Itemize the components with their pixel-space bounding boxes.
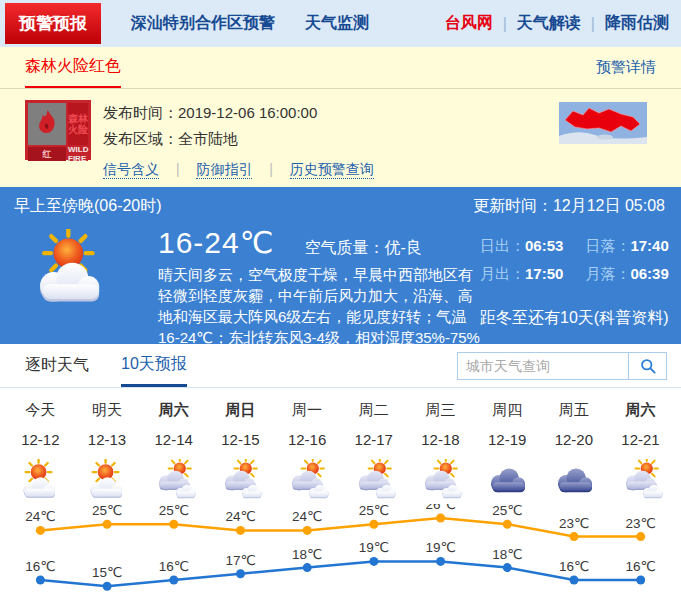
nav-weather-monitor-link[interactable]: 天气监测 [305, 13, 369, 34]
low-temp-label: 16℃ [559, 559, 589, 574]
weather-icon-partly-cloudy [351, 459, 397, 501]
weather-icon-cloudy [484, 459, 530, 501]
high-temp-label: 23℃ [626, 516, 656, 531]
weather-icon-mostly-sunny [84, 459, 130, 501]
high-temp-label: 26℃ [426, 504, 456, 512]
low-temp-point [303, 563, 312, 572]
nav-warning-forecast-button[interactable]: 预警预报 [5, 3, 101, 44]
weather-icons-row [7, 448, 674, 504]
signal-meaning-link[interactable]: 信号含义 [103, 161, 159, 179]
high-temp-label: 25℃ [492, 504, 522, 518]
low-temp-label: 15℃ [92, 565, 122, 580]
high-temp-point [636, 532, 645, 541]
low-temp-label: 18℃ [492, 547, 522, 562]
tab-ten-day-forecast[interactable]: 10天预报 [121, 344, 187, 387]
forest-fire-label: 森林火险 [68, 103, 88, 145]
forecast-icon-cell [207, 456, 274, 504]
low-temp-label: 16℃ [25, 559, 55, 574]
forecast-day-name: 周二 [340, 388, 407, 420]
high-temp-point [436, 514, 445, 523]
nav-weather-explain-link[interactable]: 天气解读 [517, 13, 581, 34]
high-temp-label: 24℃ [25, 509, 55, 524]
current-conditions-panel: 早上至傍晚(06-20时) 更新时间：12月12日 05:08 16-24℃ 空… [0, 187, 681, 344]
low-temp-point [636, 576, 645, 585]
forecast-icon-cell [74, 456, 141, 504]
defense-guide-link[interactable]: 防御指引 [196, 161, 252, 179]
low-temp-label: 19℃ [359, 540, 389, 555]
forecast-icon-cell [274, 456, 341, 504]
forecast-tabs-row: 逐时天气 10天预报 [0, 344, 681, 388]
red-level-badge: 红 [28, 147, 66, 161]
forecast-icon-cell [541, 456, 608, 504]
weather-icon-partly-cloudy [217, 459, 263, 501]
tab-forest-fire-red[interactable]: 森林火险红色 [25, 47, 121, 88]
panel-body: 16-24℃ 空气质量：优-良 晴天间多云，空气极度干燥，早晨中西部地区有轻微到… [6, 217, 681, 348]
current-weather-icon [28, 229, 114, 348]
forecast-day-name: 周一 [274, 388, 341, 420]
low-temp-point [236, 569, 245, 578]
forecast-day-name: 周五 [541, 388, 608, 420]
warning-info: 发布时间：2019-12-06 16:00:00 发布区域：全市陆地 信号含义 … [103, 100, 374, 187]
tab-hourly-weather[interactable]: 逐时天气 [25, 344, 89, 387]
sun-moon-panel: 日出：06:53 日落：17:40 月出：17:50 月落：06:39 距冬至还… [480, 225, 668, 348]
forecast-icon-cell [607, 456, 674, 504]
nav-shenshan-link[interactable]: 深汕特别合作区预警 [131, 13, 275, 34]
low-temp-point [103, 582, 112, 591]
warning-detail-link[interactable]: 预警详情 [596, 58, 656, 77]
low-temp-point [436, 557, 445, 566]
weather-description: 晴天间多云，空气极度干燥，早晨中西部地区有轻微到轻度灰霾，中午前后风力加大，沿海… [158, 264, 480, 348]
forecast-icon-cell [7, 456, 74, 504]
forecast-date: 12-12 [7, 431, 74, 448]
warning-map-image [559, 102, 647, 144]
high-temp-point [503, 520, 512, 529]
warning-detail-section: 森林火险 红 WILD FIRE 发布时间：2019-12-06 16:00:0… [0, 89, 681, 187]
sun-moon-times: 日出：06:53 日落：17:40 月出：17:50 月落：06:39 [480, 237, 668, 284]
flame-icon [28, 103, 66, 145]
nav-typhoon-link[interactable]: 台风网 [445, 13, 493, 34]
sunrise-cell: 日出：06:53 [480, 237, 563, 256]
update-time-label: 更新时间：12月12日 05:08 [473, 196, 665, 217]
nav-rain-estimate-link[interactable]: 降雨估测 [605, 13, 669, 34]
search-icon [638, 356, 658, 376]
high-temp-label: 23℃ [559, 516, 589, 531]
nav-right-links: 台风网 | 天气解读 | 降雨估测 [445, 13, 669, 34]
history-warning-query-link[interactable]: 历史预警查询 [290, 161, 374, 179]
high-temp-point [369, 520, 378, 529]
high-temp-point [169, 520, 178, 529]
panel-header: 早上至傍晚(06-20时) 更新时间：12月12日 05:08 [6, 187, 681, 217]
nav-separator: | [503, 15, 507, 33]
search-button[interactable] [629, 352, 667, 380]
city-search-input[interactable] [457, 352, 629, 380]
forecast-icon-cell [474, 456, 541, 504]
low-temp-label: 16℃ [626, 559, 656, 574]
low-temp-point [169, 576, 178, 585]
weather-icon-partly-cloudy [618, 459, 664, 501]
weather-icon-partly-cloudy [284, 459, 330, 501]
forecast-icon-cell [340, 456, 407, 504]
publish-area-value: 全市陆地 [178, 130, 238, 147]
forecast-icon-cell [407, 456, 474, 504]
moonset-cell: 月落：06:39 [585, 265, 668, 284]
forest-fire-warning-icon: 森林火险 红 WILD FIRE [25, 100, 91, 160]
air-quality: 空气质量：优-良 [304, 238, 421, 259]
forecast-date: 12-13 [74, 431, 141, 448]
low-temp-point [570, 576, 579, 585]
temperature-row: 16-24℃ 空气质量：优-良 [158, 225, 480, 260]
low-temp-label: 18℃ [292, 547, 322, 562]
high-temp-line [40, 518, 640, 537]
link-separator: | [269, 161, 273, 177]
solstice-countdown[interactable]: 距冬至还有10天(科普资料) [480, 308, 668, 329]
high-temp-point [570, 532, 579, 541]
forecast-date: 12-14 [140, 431, 207, 448]
warning-links-row: 信号含义 | 防御指引 | 历史预警查询 [103, 161, 374, 179]
low-temp-point [369, 557, 378, 566]
forecast-day-name: 周三 [407, 388, 474, 420]
forecast-date: 12-16 [274, 431, 341, 448]
low-temp-label: 17℃ [225, 553, 255, 568]
forecast-icon-cell [140, 456, 207, 504]
top-navigation: 预警预报 深汕特别合作区预警 天气监测 台风网 | 天气解读 | 降雨估测 [0, 0, 681, 47]
forecast-period-label: 早上至傍晚(06-20时) [14, 196, 162, 217]
high-temp-point [103, 520, 112, 529]
low-temp-label: 19℃ [426, 540, 456, 555]
high-temp-label: 25℃ [92, 504, 122, 518]
